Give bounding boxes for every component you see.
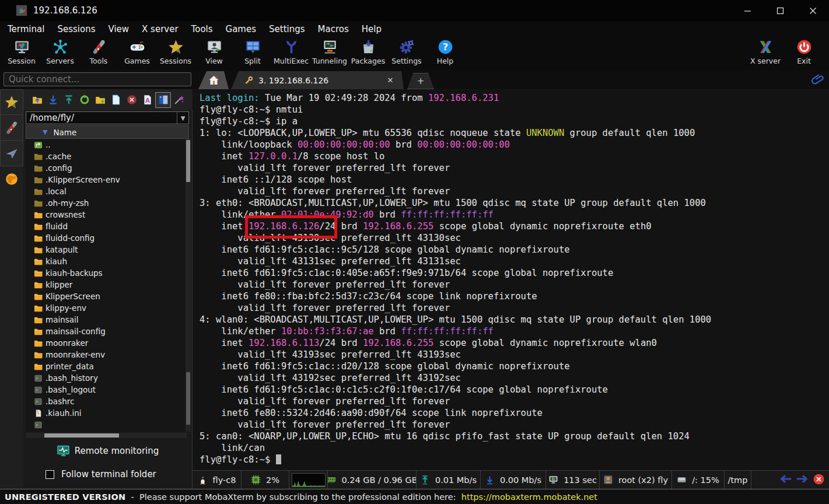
horizontal-scrollbar[interactable] [26, 433, 187, 438]
file-toolbar-new-file-button[interactable] [108, 92, 124, 108]
folder-icon [34, 327, 43, 336]
file-row[interactable]: .config [26, 162, 187, 174]
toolbar-servers-button[interactable]: Servers [41, 37, 79, 68]
rail-sessions[interactable] [0, 89, 23, 115]
file-row[interactable]: klippy-env [26, 302, 187, 314]
terminal-status-bar: fly-c82%0.24 GB / 0.96 GB0.01 Mb/s0.00 M… [193, 470, 829, 489]
menu-macros[interactable]: Macros [312, 22, 355, 37]
file-row[interactable] [26, 419, 187, 430]
file-row[interactable]: .bashrc [26, 396, 187, 407]
remote-monitoring-button[interactable]: Remote monitoring [23, 440, 193, 461]
file-name: .bash_history [46, 373, 98, 383]
file-row[interactable]: .bash_history [26, 372, 187, 384]
file-row[interactable]: .. [26, 139, 187, 150]
toolbar-sessions-button[interactable]: Sessions [156, 37, 195, 68]
toolbar-exit-button[interactable]: Exit [785, 37, 823, 68]
menu-help[interactable]: Help [355, 22, 388, 37]
tab-close-icon[interactable]: ✕ [385, 76, 396, 85]
file-row[interactable]: kiauh [26, 256, 187, 267]
menu-x-server[interactable]: X server [135, 22, 185, 37]
disk-icon [677, 475, 687, 485]
rail-macros[interactable] [0, 141, 23, 166]
terminal[interactable]: Last login: Tue Mar 19 02:49:28 2024 fro… [193, 89, 829, 470]
mobatek-link[interactable]: https://mobaxterm.mobatek.net [461, 492, 597, 502]
up-arrow-icon [420, 475, 430, 485]
file-row[interactable]: .local [26, 186, 187, 197]
file-row[interactable]: klipper [26, 279, 187, 290]
status-close-button[interactable] [813, 474, 824, 487]
file-toolbar-new-folder-button[interactable] [92, 92, 108, 108]
file-row[interactable]: .cache [26, 150, 187, 162]
rail-sftp[interactable] [0, 166, 23, 192]
file-row[interactable]: moonraker-env [26, 349, 187, 360]
toolbar-tools-button[interactable]: Tools [79, 37, 118, 68]
folder-icon [34, 257, 43, 266]
toolbar-view-button[interactable]: View [195, 37, 233, 68]
toolbar-games-button[interactable]: Games [118, 37, 156, 68]
menu-settings[interactable]: Settings [263, 22, 312, 37]
toolbar-tunneling-button[interactable]: Tunneling [310, 37, 349, 68]
menu-sessions[interactable]: Sessions [51, 22, 102, 37]
path-dropdown[interactable]: /home/fly/ ▼ [26, 111, 189, 124]
menu-view[interactable]: View [102, 22, 135, 37]
file-row[interactable]: crowsnest [26, 209, 187, 220]
menu-games[interactable]: Games [219, 22, 263, 37]
file-row[interactable]: .oh-my-zsh [26, 197, 187, 209]
file-toolbar-download-sm-button[interactable] [45, 92, 61, 108]
titlebar: 192.168.6.126 [0, 0, 829, 21]
maximize-button[interactable] [764, 0, 796, 21]
menu-terminal[interactable]: Terminal [1, 22, 51, 37]
toolbar-split-button[interactable]: Split [233, 37, 272, 68]
status-forward-button[interactable] [796, 474, 810, 485]
status-tux: fly-c8 [193, 471, 242, 489]
file-row[interactable]: moonraker [26, 337, 187, 349]
file-name: fluidd [46, 222, 68, 231]
rail-tools[interactable] [0, 115, 23, 141]
file-row[interactable]: mainsail-config [26, 326, 187, 337]
file-row[interactable]: mainsail [26, 314, 187, 326]
minimize-button[interactable] [731, 0, 764, 21]
file-row[interactable]: .kiauh.ini [26, 407, 187, 419]
quick-connect-input[interactable] [4, 72, 191, 86]
file-toolbar-rename-button[interactable]: A [139, 92, 155, 108]
tab-home[interactable] [198, 71, 229, 89]
folder-icon [34, 292, 43, 301]
file-row[interactable]: .bash_logout [26, 384, 187, 396]
column-header-name[interactable]: ▼ Name [26, 125, 189, 139]
file-row[interactable]: .KlipperScreen-env [26, 174, 187, 186]
toolbar-multiexec-button[interactable]: MultiExec [272, 37, 310, 68]
menu-tools[interactable]: Tools [185, 22, 219, 37]
follow-terminal-checkbox[interactable] [46, 470, 54, 479]
folder-hidden-icon [34, 187, 43, 196]
toolbar-help-button[interactable]: ?Help [426, 37, 464, 68]
file-toolbar-panels-button[interactable] [155, 92, 171, 108]
terminal-line: inet6 fe80::5324:2d46:aa90:d90f/64 scope… [200, 407, 711, 419]
file-toolbar-folder-up-button[interactable] [29, 92, 45, 108]
file-toolbar-delete-button[interactable] [124, 92, 139, 108]
status-back-button[interactable] [778, 474, 792, 485]
file-toolbar-wand-button[interactable] [171, 92, 187, 108]
close-button[interactable] [796, 0, 829, 21]
paperclip-icon[interactable] [811, 72, 824, 86]
file-row[interactable]: printer_data [26, 360, 187, 372]
session-icon [14, 39, 30, 55]
file-toolbar-upload-sm-button[interactable] [61, 92, 76, 108]
toolbar-x-server-button[interactable]: X server [746, 37, 785, 68]
file-row[interactable]: katapult [26, 244, 187, 256]
file-row[interactable]: fluidd [26, 220, 187, 232]
file-toolbar-refresh-button[interactable] [76, 92, 92, 108]
new-tab-button[interactable]: + [407, 73, 434, 89]
terminal-line: inet6 fe80::fba:bfc2:5d37:c23c/64 scope … [200, 290, 711, 302]
vertical-scrollbar[interactable] [186, 139, 191, 432]
file-row[interactable]: fluidd-config [26, 232, 187, 244]
toolbar-settings-button[interactable]: Settings [387, 37, 426, 68]
folder-icon [34, 316, 43, 324]
file-row[interactable]: kiauh-backups [26, 267, 187, 279]
toolbar-label: Session [8, 57, 36, 65]
follow-terminal-folder[interactable]: Follow terminal folder [23, 466, 193, 483]
tab-session[interactable]: 3. 192.168.6.126 ✕ [231, 71, 404, 89]
file-row[interactable]: KlipperScreen [26, 290, 187, 302]
toolbar-packages-button[interactable]: Packages [349, 37, 387, 68]
toolbar-session-button[interactable]: Session [2, 37, 41, 68]
chevron-down-icon[interactable]: ▼ [177, 112, 188, 124]
